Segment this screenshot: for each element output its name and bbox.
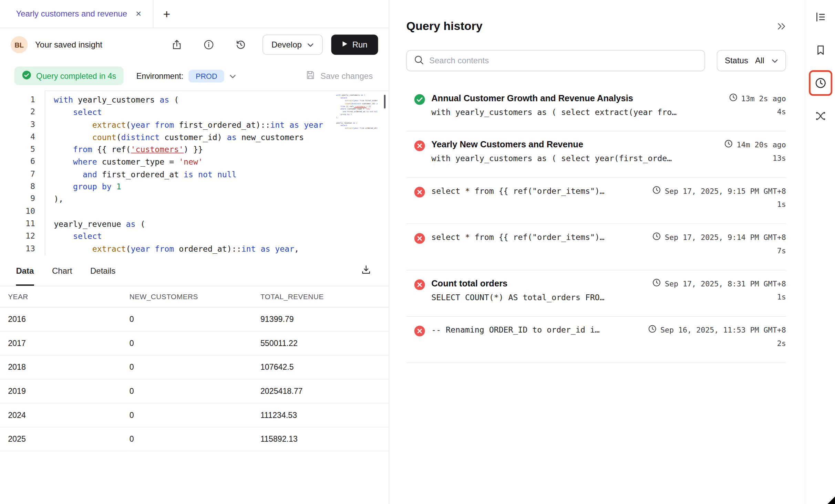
run-button[interactable]: Run — [331, 34, 378, 55]
sql-editor[interactable]: 12345678910111213 with yearly_customers … — [0, 91, 389, 255]
error-circle-icon — [414, 329, 425, 338]
close-icon[interactable]: × — [136, 9, 141, 19]
history-item-status — [414, 325, 425, 363]
query-status-pill: Query completed in 4s — [14, 66, 124, 85]
table-cell: 2025 — [0, 427, 130, 451]
error-circle-icon — [414, 283, 425, 292]
results-table-body: 2016091399.7920170550011.2220180107642.5… — [0, 307, 389, 451]
code-line: from {{ ref('customers') }} — [336, 105, 378, 108]
info-icon[interactable] — [203, 39, 215, 51]
tab-bar: Yearly customers and revenue × + — [0, 0, 389, 28]
code-line: count(distinct customer_id) as new_custo… — [54, 132, 389, 144]
history-controls: Status All — [406, 50, 805, 71]
editor-gutter: 12345678910111213 — [0, 91, 45, 255]
line-number: 9 — [0, 193, 35, 205]
editor-minimap[interactable]: with yearly_customers as ( select extrac… — [336, 94, 378, 130]
history-item[interactable]: select * from {{ ref("order_items")… Sep… — [406, 224, 786, 270]
code-line: with yearly_customers as ( — [336, 94, 378, 97]
history-item-duration: 13s — [763, 154, 786, 164]
environment-label: Environment: — [136, 71, 184, 80]
code-line: where customer_type = 'new' — [54, 156, 389, 169]
column-header-year: YEAR — [0, 286, 130, 307]
chevron-down-icon — [229, 71, 236, 80]
history-icon[interactable] — [235, 39, 246, 51]
column-header-total-revenue: TOTAL_REVENUE — [260, 286, 389, 307]
table-cell: 2018 — [0, 355, 130, 379]
table-cell: 2016 — [0, 307, 130, 331]
table-row: 201902025418.77 — [0, 379, 389, 403]
table-cell: 0 — [130, 307, 260, 331]
history-item[interactable]: Annual Customer Growth and Revenue Analy… — [406, 85, 786, 131]
status-filter-label: Status — [725, 56, 748, 65]
history-item-duration: 1s — [767, 293, 786, 302]
line-number: 1 — [0, 94, 35, 106]
download-icon[interactable] — [361, 264, 372, 277]
table-cell: 111234.53 — [260, 403, 389, 427]
line-number: 12 — [0, 230, 35, 242]
saved-insight-label: Your saved insight — [35, 40, 102, 50]
code-line: yearly_revenue as ( — [54, 218, 389, 231]
code-line: select — [336, 125, 378, 127]
clock-icon — [652, 232, 661, 242]
lineage-icon[interactable] — [814, 109, 827, 122]
outline-list-icon[interactable] — [814, 11, 827, 23]
table-row: 2016091399.79 — [0, 307, 389, 331]
bookmark-icon[interactable] — [814, 44, 827, 56]
collapse-icon[interactable] — [777, 22, 786, 30]
save-changes-button[interactable]: Save changes — [305, 70, 373, 82]
line-number: 3 — [0, 118, 35, 131]
run-label: Run — [352, 40, 368, 50]
editor-status-bar: Query completed in 4s Environment: PROD … — [0, 61, 389, 91]
code-line: select — [336, 97, 378, 100]
history-item-status — [414, 186, 425, 224]
history-item-time: Sep 17, 2025, 9:14 PM GMT+8 — [665, 233, 786, 241]
environment-selector[interactable]: Environment: PROD — [136, 70, 236, 82]
results-tabs: Data Chart Details — [0, 255, 389, 286]
tab-details[interactable]: Details — [90, 255, 115, 286]
results-panel: Data Chart Details YEAR NEW_CUSTOMERS TO… — [0, 255, 389, 504]
history-item-status — [414, 279, 425, 316]
editor-scrollbar[interactable] — [384, 95, 386, 108]
error-circle-icon — [414, 190, 425, 199]
history-item-duration: 2s — [767, 339, 786, 348]
code-line: and first_ordered_at is not null — [54, 169, 389, 181]
new-tab-button[interactable]: + — [154, 8, 171, 20]
line-number: 13 — [0, 242, 35, 255]
table-cell: 0 — [130, 403, 260, 427]
line-number: 7 — [0, 168, 35, 180]
history-item[interactable]: Count total orders Sep 17, 2025, 8:31 PM… — [406, 270, 786, 316]
history-item-query-top: select * from {{ ref("order_items")… — [431, 186, 605, 196]
tab-data[interactable]: Data — [16, 255, 34, 286]
history-clock-icon[interactable] — [814, 77, 827, 90]
history-item-title: Yearly New Customers and Revenue — [431, 139, 583, 149]
develop-dropdown[interactable]: Develop — [262, 34, 322, 55]
header-icons — [171, 39, 247, 51]
history-item[interactable]: select * from {{ ref("order_items")… Sep… — [406, 178, 786, 224]
develop-label: Develop — [271, 40, 302, 50]
history-item-query-top: -- Renaming ORDER_ID to order_id i… — [431, 325, 600, 335]
table-cell: 0 — [130, 331, 260, 355]
plus-icon: + — [163, 7, 171, 20]
history-item[interactable]: Yearly New Customers and Revenue 14m 20s… — [406, 132, 786, 178]
line-number: 6 — [0, 156, 35, 168]
code-line: extract(year from ordered_at)::int as ye… — [54, 243, 389, 255]
chevron-down-icon — [307, 40, 313, 50]
code-line: extract(year from first_ordered_at)::int… — [336, 100, 378, 103]
search-icon — [414, 54, 424, 67]
history-item[interactable]: -- Renaming ORDER_ID to order_id i… Sep … — [406, 317, 786, 363]
share-icon[interactable] — [171, 39, 183, 51]
search-box[interactable] — [406, 50, 705, 71]
table-cell: 0 — [130, 355, 260, 379]
table-cell: 2025418.77 — [260, 379, 389, 403]
search-input[interactable] — [429, 56, 698, 65]
table-cell: 2017 — [0, 331, 130, 355]
code-line: yearly_revenue as ( — [336, 122, 378, 125]
results-table: YEAR NEW_CUSTOMERS TOTAL_REVENUE 2016091… — [0, 286, 389, 451]
status-filter-dropdown[interactable]: Status All — [717, 50, 786, 71]
code-line: and first_ordered_at is not null — [336, 111, 378, 114]
history-item-time: Sep 16, 2025, 11:53 PM GMT+8 — [660, 325, 786, 334]
column-header-new-customers: NEW_CUSTOMERS — [130, 286, 260, 307]
tab-yearly-customers-and-revenue[interactable]: Yearly customers and revenue × — [0, 0, 153, 28]
table-row: 20180107642.5 — [0, 355, 389, 379]
tab-chart[interactable]: Chart — [52, 255, 72, 286]
